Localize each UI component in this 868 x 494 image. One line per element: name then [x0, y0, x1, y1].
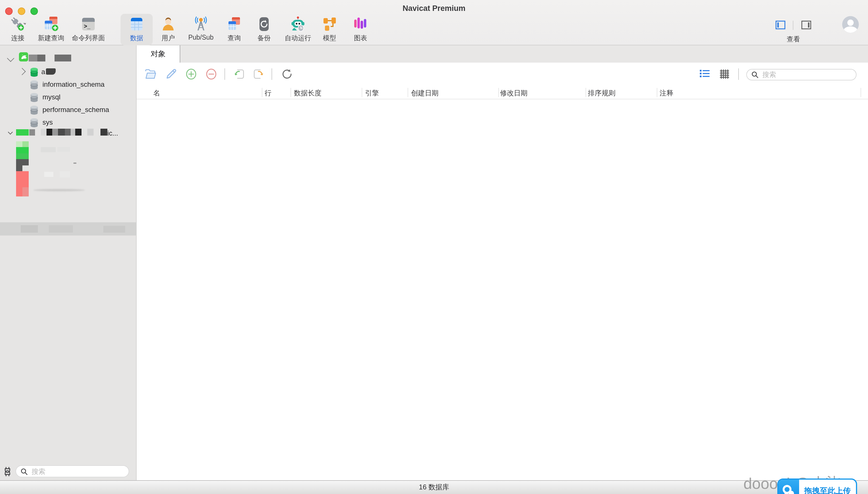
upload-drop-label: 拖拽至此上传 [799, 480, 856, 494]
status-database-count: 16 数据库 [419, 483, 449, 491]
object-search-input[interactable] [761, 70, 850, 79]
db-name: sys [42, 118, 53, 126]
chevron-right-icon[interactable] [18, 68, 25, 75]
user-avatar[interactable] [842, 16, 859, 33]
export-wizard-icon[interactable] [253, 68, 265, 80]
toolbar-label-users: 用户 [162, 34, 175, 42]
toolbar-divider [738, 68, 739, 80]
view-toggle-divider [793, 21, 793, 30]
tree-row-connection[interactable] [0, 53, 137, 65]
delete-table-minus-icon[interactable] [205, 68, 217, 80]
connection-name-partial: ic... [107, 129, 118, 137]
backup-icon [256, 16, 272, 32]
redacted-connection-icon [16, 129, 29, 136]
sidebar-search-input[interactable] [31, 467, 119, 476]
connection-filter-icon[interactable] [3, 467, 12, 477]
chevron-down-icon[interactable] [8, 130, 13, 135]
toolbar-divider [272, 68, 272, 80]
tree-row-connection-redacted[interactable]: ic... [0, 129, 137, 141]
column-divider[interactable] [362, 88, 362, 97]
tree-row-information-schema[interactable]: information_schema [0, 78, 137, 91]
tree-row-sys[interactable]: sys [0, 116, 137, 129]
tree-row-mysql[interactable]: mysql [0, 91, 137, 103]
redacted-block [16, 153, 29, 159]
new-table-plus-icon[interactable] [185, 68, 197, 80]
sidebar-search-field[interactable] [16, 465, 129, 477]
robot-automation-icon [290, 16, 306, 32]
object-toolbar [137, 63, 868, 86]
radio-tower-icon [193, 16, 209, 32]
window-title: Navicat Premium [0, 4, 868, 13]
toolbar-label-charts: 图表 [354, 34, 367, 42]
search-icon [751, 71, 758, 78]
redacted-block [29, 129, 35, 136]
object-tab-bar: 对象 [137, 45, 868, 63]
redacted-block [22, 166, 29, 171]
tree-row-database-partial[interactable]: a [0, 65, 137, 78]
toolbar-label-backup: 备份 [257, 34, 271, 42]
view-sidebar-left-toggle[interactable] [775, 21, 785, 29]
column-divider[interactable] [498, 88, 499, 97]
tree-row-performance-schema[interactable]: performance_schema [0, 103, 137, 116]
column-header-comment[interactable]: 注释 [659, 89, 673, 98]
column-header-name[interactable]: 名 [153, 89, 160, 98]
toolbar-item-cli[interactable]: >_ 命令列界面 [68, 16, 109, 42]
redacted-block [46, 68, 56, 75]
redacted-block [21, 225, 38, 233]
toolbar-label-new-query: 新建查询 [38, 34, 64, 42]
upload-drop-badge[interactable]: 拖拽至此上传 [777, 478, 857, 494]
view-sidebar-right-toggle[interactable] [802, 21, 811, 29]
chevron-down-icon[interactable] [7, 55, 14, 62]
column-header-modified[interactable]: 修改日期 [500, 89, 528, 98]
avatar-silhouette [847, 20, 854, 26]
redacted-block [41, 129, 46, 136]
cli-prompt-glyph: >_ [84, 23, 91, 29]
redacted-block [16, 141, 22, 147]
column-divider[interactable] [861, 88, 861, 97]
grid-view-icon[interactable] [720, 68, 729, 80]
redacted-block [75, 129, 81, 136]
tab-objects[interactable]: 对象 [137, 45, 180, 63]
db-name-partial: a [41, 68, 45, 76]
column-header-collation[interactable]: 排序规则 [588, 89, 615, 98]
redacted-block [103, 226, 125, 233]
db-name: information_schema [42, 80, 104, 89]
toolbar-label-cli: 命令列界面 [72, 34, 105, 42]
refresh-icon[interactable] [281, 68, 293, 80]
open-table-folder-icon[interactable] [145, 68, 156, 80]
column-header-data-length[interactable]: 数据长度 [294, 89, 321, 98]
object-search-field[interactable] [746, 69, 856, 80]
column-header-rows[interactable]: 行 [265, 89, 272, 98]
tree-row-selected-redacted[interactable] [0, 222, 137, 235]
redacted-block [71, 129, 75, 136]
list-view-icon[interactable] [700, 68, 710, 80]
column-divider[interactable] [586, 88, 586, 97]
object-list-area[interactable] [137, 99, 868, 480]
redacted-block [65, 129, 71, 136]
toolbar-label-model: 模型 [323, 34, 336, 42]
import-wizard-icon[interactable] [233, 68, 244, 80]
object-list-header: 名 行 数据长度 引擎 创建日期 修改日期 排序规则 注释 [137, 86, 868, 99]
column-divider[interactable] [657, 88, 657, 97]
design-table-pencil-icon[interactable] [165, 68, 177, 80]
column-divider[interactable] [291, 88, 291, 97]
toolbar-label-automation: 自动运行 [285, 34, 311, 42]
bar-chart-icon [353, 16, 369, 32]
toolbar-label-query: 查询 [228, 34, 241, 42]
redacted-block [100, 129, 107, 136]
toolbar-item-charts[interactable]: 图表 [340, 16, 381, 42]
toolbar-divider [224, 68, 225, 80]
column-divider[interactable] [408, 88, 408, 97]
connection-sidebar: a information_schema mysql [0, 45, 137, 480]
redacted-block [52, 129, 58, 136]
column-header-engine[interactable]: 引擎 [365, 89, 379, 98]
model-icon [321, 16, 338, 32]
redacted-block [60, 171, 70, 177]
column-header-created[interactable]: 创建日期 [411, 89, 439, 98]
database-gray-icon [30, 93, 38, 102]
redacted-block [57, 147, 70, 152]
column-divider[interactable] [262, 88, 262, 97]
upload-app-logo-icon [778, 480, 799, 494]
toolbar-item-new-query[interactable]: 新建查询 [31, 16, 72, 42]
terminal-icon: >_ [80, 16, 96, 32]
